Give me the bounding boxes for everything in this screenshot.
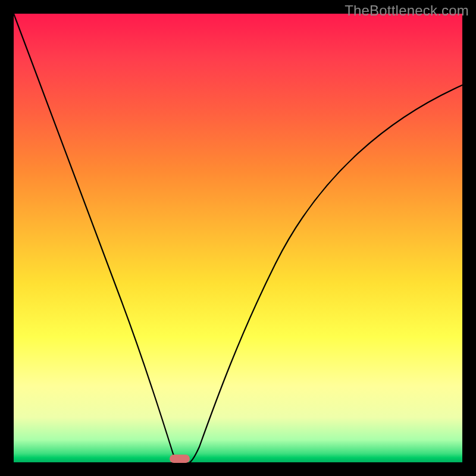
left-curve	[14, 14, 181, 462]
optimum-nub	[170, 455, 190, 463]
watermark-text: TheBottleneck.com	[345, 2, 469, 19]
chart-plot-area	[14, 14, 462, 462]
curve-layer	[14, 14, 462, 462]
right-curve	[190, 85, 462, 462]
